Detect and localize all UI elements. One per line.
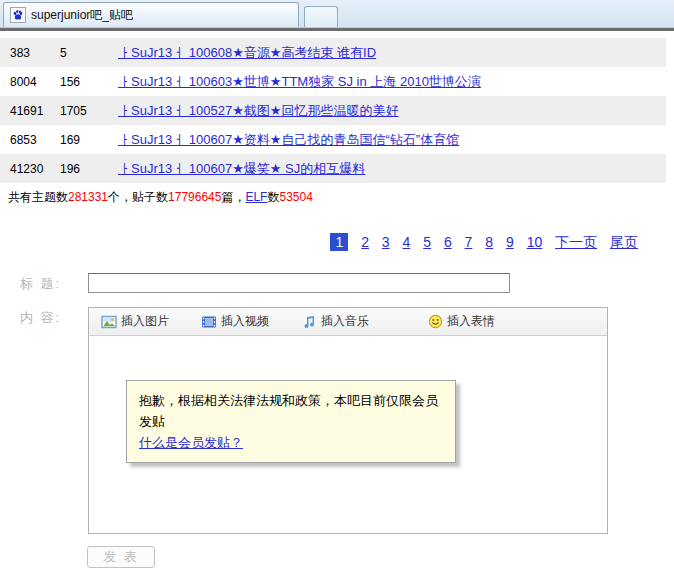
title-label: 标 题: <box>20 273 88 293</box>
content-field-row: 内 容: 插入图片 <box>20 307 674 534</box>
thread-title-link[interactable]: ㅏSuJr13ㅓ 100607★爆笑★ SJ的相互爆料 <box>118 161 365 176</box>
thread-replies: 196 <box>60 162 108 176</box>
thread-row: 6853 169 ㅏSuJr13ㅓ 100607★资料★自己找的青岛国信“钻石”… <box>0 125 666 154</box>
insert-emoticon-button[interactable]: 插入表情 <box>427 313 495 330</box>
submit-post-button[interactable]: 发 表 <box>87 546 155 568</box>
last-page-link[interactable]: 尾页 <box>610 234 638 250</box>
thread-title-link[interactable]: ㅏSuJr13ㅓ 100607★资料★自己找的青岛国信“钻石”体育馆 <box>118 132 459 147</box>
insert-image-label: 插入图片 <box>121 313 169 330</box>
insert-music-button[interactable]: 插入音乐 <box>301 313 369 330</box>
thread-views: 6853 <box>0 133 60 147</box>
emoticon-icon <box>427 314 443 330</box>
pagination: 1 2 3 4 5 6 7 8 9 10 下一页 尾页 <box>0 233 638 252</box>
stats-elf-post-label: 数 <box>267 190 279 204</box>
page-link-5[interactable]: 5 <box>423 234 431 250</box>
stats-topics-count: 281331 <box>68 190 108 204</box>
thread-row: 41691 1705 ㅏSuJr13ㅓ 100527★截图★回忆那些温暖的美好 <box>0 96 666 125</box>
thread-row: 41230 196 ㅏSuJr13ㅓ 100607★爆笑★ SJ的相互爆料 <box>0 154 666 183</box>
thread-title-link[interactable]: ㅏSuJr13ㅓ 100603★世博★TTM独家 SJ in 上海 2010世博… <box>118 74 481 89</box>
editor-body[interactable]: 抱歉，根据相关法律法规和政策，本吧目前仅限会员发贴 什么是会员发贴？ <box>89 336 607 533</box>
stats-topics-label: 共有主题数 <box>8 190 68 204</box>
thread-replies: 156 <box>60 75 108 89</box>
insert-image-button[interactable]: 插入图片 <box>101 313 169 330</box>
music-icon <box>301 314 317 330</box>
notice-message: 抱歉，根据相关法律法规和政策，本吧目前仅限会员发贴 <box>139 390 443 432</box>
thread-views: 41230 <box>0 162 60 176</box>
page-link-3[interactable]: 3 <box>382 234 390 250</box>
insert-emoticon-label: 插入表情 <box>447 313 495 330</box>
stats-elf-count: 53504 <box>279 190 312 204</box>
editor-toolbar: 插入图片 插入视频 <box>89 308 607 336</box>
thread-title-link[interactable]: ㅏSuJr13ㅓ 100527★截图★回忆那些温暖的美好 <box>118 103 399 118</box>
page-link-8[interactable]: 8 <box>485 234 493 250</box>
page-link-6[interactable]: 6 <box>444 234 452 250</box>
next-page-link[interactable]: 下一页 <box>555 234 597 250</box>
content-label: 内 容: <box>20 307 88 327</box>
thread-replies: 5 <box>60 46 108 60</box>
elf-link[interactable]: ELF <box>245 190 267 204</box>
page-link-4[interactable]: 4 <box>403 234 411 250</box>
thread-replies: 1705 <box>60 104 108 118</box>
forum-stats: 共有主题数281331个，贴子数17796645篇，ELF数53504 <box>8 189 674 206</box>
browser-tab-strip: superjunior吧_贴吧 <box>0 0 674 28</box>
tab-superjunior-bar[interactable]: superjunior吧_贴吧 <box>3 2 299 27</box>
baidu-paw-icon <box>10 7 26 23</box>
page-current: 1 <box>330 233 348 251</box>
video-icon <box>201 314 217 330</box>
tab-title: superjunior吧_贴吧 <box>31 7 133 24</box>
insert-video-label: 插入视频 <box>221 313 269 330</box>
thread-views: 383 <box>0 46 60 60</box>
member-only-notice: 抱歉，根据相关法律法规和政策，本吧目前仅限会员发贴 什么是会员发贴？ <box>126 380 456 463</box>
thread-row: 8004 156 ㅏSuJr13ㅓ 100603★世博★TTM独家 SJ in … <box>0 67 666 96</box>
insert-video-button[interactable]: 插入视频 <box>201 313 269 330</box>
stats-posts-label: 个，贴子数 <box>108 190 168 204</box>
page-link-9[interactable]: 9 <box>506 234 514 250</box>
page-link-2[interactable]: 2 <box>361 234 369 250</box>
thread-title-link[interactable]: ㅏSuJr13ㅓ 100608★音源★高考结束 谁有ID <box>118 45 376 60</box>
page-link-10[interactable]: 10 <box>527 234 543 250</box>
page-link-7[interactable]: 7 <box>465 234 473 250</box>
insert-music-label: 插入音乐 <box>321 313 369 330</box>
what-is-member-post-link[interactable]: 什么是会员发贴？ <box>139 435 243 450</box>
content-editor: 插入图片 插入视频 <box>88 307 608 534</box>
thread-views: 41691 <box>0 104 60 118</box>
thread-list: 383 5 ㅏSuJr13ㅓ 100608★音源★高考结束 谁有ID 8004 … <box>0 38 666 183</box>
thread-replies: 169 <box>60 133 108 147</box>
stats-posts-count: 17796645 <box>168 190 221 204</box>
stats-elf-pre-label: 篇， <box>221 190 245 204</box>
title-field-row: 标 题: <box>20 273 674 293</box>
title-input[interactable] <box>88 273 510 293</box>
thread-row: 383 5 ㅏSuJr13ㅓ 100608★音源★高考结束 谁有ID <box>0 38 666 67</box>
new-tab-button[interactable] <box>304 6 338 27</box>
thread-views: 8004 <box>0 75 60 89</box>
tab-strip-separator <box>0 28 674 31</box>
image-icon <box>101 314 117 330</box>
